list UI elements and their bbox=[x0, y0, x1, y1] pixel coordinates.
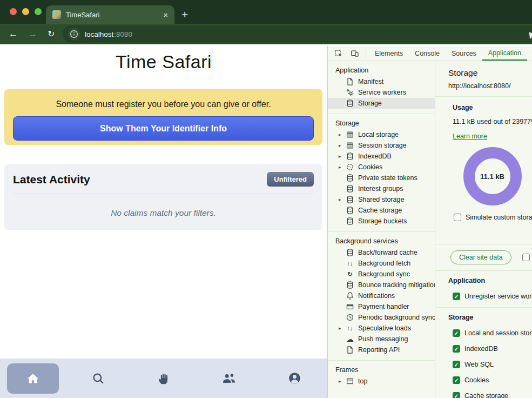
nav-profile[interactable] bbox=[262, 359, 327, 398]
tab-sources[interactable]: Sources bbox=[446, 46, 482, 61]
window-controls bbox=[10, 8, 42, 15]
storage-panel: Storage http://localhost:8080/ Usage 11.… bbox=[435, 61, 532, 398]
unregister-label: Unregister service workers bbox=[464, 293, 532, 300]
database-icon bbox=[346, 206, 354, 215]
sidebar-item-background-fetch[interactable]: ↑↓ Background fetch bbox=[328, 258, 435, 269]
nav-search[interactable] bbox=[65, 359, 131, 398]
new-tab-button[interactable]: + bbox=[181, 5, 188, 24]
nav-home[interactable] bbox=[0, 359, 65, 398]
sidebar-item-interest-groups[interactable]: Interest groups bbox=[328, 183, 435, 194]
sidebar-item-bounce-tracking-mitigation[interactable]: Bounce tracking mitigation bbox=[328, 280, 435, 290]
sidebar-item-cookies[interactable]: ▸ Cookies bbox=[328, 162, 435, 173]
devtools-panel: Elements Console Sources Application › A… bbox=[327, 46, 532, 398]
tab-console[interactable]: Console bbox=[409, 46, 446, 61]
nav-projects[interactable] bbox=[131, 359, 196, 398]
sidebar-item-back-forward-cache[interactable]: Back/forward cache bbox=[328, 247, 435, 258]
url-bar[interactable]: localhost :8080 bbox=[63, 25, 532, 43]
sidebar-item-push-messaging[interactable]: ☁ Push messaging bbox=[328, 334, 435, 344]
expand-arrow-icon[interactable]: ▸ bbox=[339, 143, 346, 148]
sidebar-item-manifest[interactable]: Manifest bbox=[328, 76, 435, 87]
websql-checkbox[interactable]: ✓ bbox=[453, 361, 460, 368]
section-header: Frames bbox=[328, 364, 435, 376]
simulate-quota-label: Simulate custom storage quota bbox=[466, 214, 532, 221]
cloud-icon: ☁ bbox=[346, 335, 354, 343]
devtools-sidebar: Application Manifest Service workers bbox=[328, 61, 435, 398]
page-content: Time Safari Someone must register you be… bbox=[0, 44, 327, 398]
local-session-row: ✓ Local and session storage bbox=[453, 329, 532, 337]
sidebar-item-storage-buckets[interactable]: Storage buckets bbox=[328, 216, 435, 227]
expand-arrow-icon[interactable]: ▸ bbox=[339, 326, 346, 331]
hand-icon bbox=[159, 374, 167, 384]
document-icon bbox=[346, 346, 354, 354]
expand-arrow-icon[interactable]: ▸ bbox=[339, 379, 346, 384]
sidebar-item-indexeddb[interactable]: ▸ IndexedDB bbox=[328, 151, 435, 162]
indexeddb-checkbox[interactable]: ✓ bbox=[453, 345, 460, 353]
sidebar-item-service-workers[interactable]: Service workers bbox=[328, 87, 435, 98]
latest-activity-title: Latest Activity bbox=[13, 173, 90, 186]
sidebar-item-reporting-api[interactable]: Reporting API bbox=[328, 344, 435, 355]
tab-close-icon[interactable]: × bbox=[163, 10, 168, 19]
close-window-button[interactable] bbox=[10, 8, 17, 15]
inspect-element-icon[interactable] bbox=[328, 46, 347, 61]
tab-elements[interactable]: Elements bbox=[369, 46, 409, 61]
up-down-arrows-icon: ↑↓ bbox=[346, 259, 354, 268]
reload-icon[interactable]: ↻ bbox=[48, 24, 55, 44]
websql-row: ✓ Web SQL bbox=[453, 361, 532, 368]
nav-contacts[interactable] bbox=[197, 359, 262, 398]
cache-storage-checkbox[interactable]: ✓ bbox=[453, 392, 460, 398]
sidebar-item-session-storage[interactable]: ▸ Session storage bbox=[328, 140, 435, 151]
section-header: Storage bbox=[328, 118, 435, 129]
sidebar-item-payment-handler[interactable]: Payment handler bbox=[328, 301, 435, 312]
clear-site-data-button[interactable]: Clear site data bbox=[450, 250, 511, 264]
tab-favicon bbox=[52, 10, 61, 19]
cookies-checkbox[interactable]: ✓ bbox=[453, 376, 460, 384]
minimize-window-button[interactable] bbox=[22, 8, 29, 15]
expand-arrow-icon[interactable]: ▸ bbox=[339, 154, 346, 159]
maximize-window-button[interactable] bbox=[35, 8, 42, 15]
sidebar-item-speculative-loads[interactable]: ▸ ↑↓ Speculative loads bbox=[328, 323, 435, 334]
expand-arrow-icon[interactable]: ▸ bbox=[339, 164, 346, 170]
application-heading: Application bbox=[448, 277, 532, 284]
sidebar-item-top-frame[interactable]: ▸ top bbox=[328, 376, 435, 387]
learn-more-link[interactable]: Learn more bbox=[453, 132, 487, 140]
site-info-icon[interactable] bbox=[68, 28, 80, 40]
back-icon[interactable]: ← bbox=[9, 24, 18, 44]
application-clear-section: Application ✓ Unregister service workers bbox=[435, 271, 532, 308]
sidebar-item-private-state-tokens[interactable]: Private state tokens bbox=[328, 173, 435, 183]
unfiltered-button[interactable]: Unfiltered bbox=[267, 172, 314, 187]
sidebar-item-notifications[interactable]: Notifications bbox=[328, 290, 435, 301]
browser-tab[interactable]: TimeSafari × bbox=[46, 5, 174, 24]
usage-heading: Usage bbox=[453, 104, 532, 111]
sidebar-item-storage[interactable]: Storage bbox=[328, 98, 435, 109]
sidebar-item-shared-storage[interactable]: ▸ Shared storage bbox=[328, 194, 435, 205]
unregister-checkbox[interactable]: ✓ bbox=[453, 293, 460, 300]
local-session-checkbox[interactable]: ✓ bbox=[453, 329, 460, 337]
sidebar-item-cache-storage[interactable]: Cache storage bbox=[328, 205, 435, 216]
sidebar-item-periodic-background-sync[interactable]: Periodic background sync bbox=[328, 312, 435, 323]
tab-application[interactable]: Application bbox=[482, 46, 527, 61]
expand-arrow-icon[interactable]: ▸ bbox=[339, 132, 346, 137]
cookies-row: ✓ Cookies bbox=[453, 376, 532, 384]
bottom-navigation bbox=[0, 359, 327, 398]
database-icon bbox=[346, 195, 354, 204]
cache-storage-row: ✓ Cache storage bbox=[453, 392, 532, 398]
clear-data-row: Clear site data including third-party co… bbox=[435, 244, 532, 271]
database-icon bbox=[346, 281, 354, 289]
show-identifier-button[interactable]: Show Them Your Identifier Info bbox=[13, 116, 314, 141]
usage-donut-chart: 11.1 kB bbox=[463, 147, 522, 205]
usage-text: 11.1 kB used out of 239779 bbox=[453, 118, 532, 125]
nav-home-active-pill[interactable] bbox=[7, 363, 59, 394]
home-icon bbox=[27, 374, 38, 383]
indexeddb-row: ✓ IndexedDB bbox=[453, 345, 532, 353]
expand-arrow-icon[interactable]: ▸ bbox=[339, 197, 346, 202]
sidebar-item-local-storage[interactable]: ▸ Local storage bbox=[328, 129, 435, 140]
sidebar-section-background-services: Background services Back/forward cache ↑… bbox=[328, 232, 435, 361]
sidebar-item-background-sync[interactable]: ↻ Background sync bbox=[328, 269, 435, 280]
simulate-quota-checkbox[interactable] bbox=[454, 214, 461, 221]
browser-window: TimeSafari × + ← → ↻ localhost :8080 Tim… bbox=[0, 0, 532, 398]
including-cookies-checkbox[interactable] bbox=[522, 254, 530, 261]
forward-icon[interactable]: → bbox=[28, 24, 37, 44]
bell-icon bbox=[346, 291, 354, 300]
browser-tab-bar: TimeSafari × + bbox=[0, 0, 532, 24]
device-toolbar-icon[interactable] bbox=[347, 46, 363, 61]
